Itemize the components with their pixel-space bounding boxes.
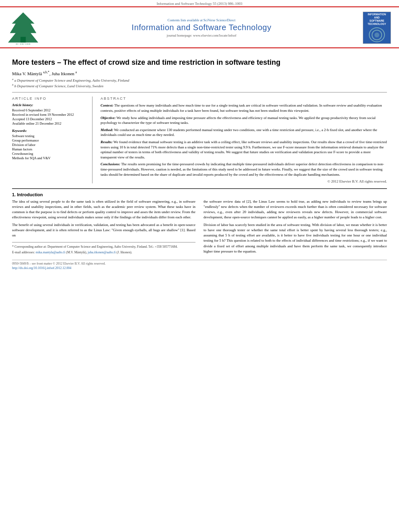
article-info-column: ARTICLE INFO Article history: Received 6…	[12, 97, 93, 183]
footnote-1: * Corresponding author at: Department of…	[12, 244, 195, 249]
elsevier-logo: ELSEVIER	[8, 10, 40, 45]
svg-point-5	[374, 33, 379, 37]
conclusions-label: Conclusions:	[101, 162, 120, 166]
body-two-col: The idea of using several people to do t…	[12, 199, 387, 256]
journal-title: Information and Software Technology	[44, 23, 359, 32]
email-1[interactable]: mika.mantyla@aalto.fi	[36, 251, 66, 254]
sciverse-link: Contents lists available at SciVerse Sci…	[44, 18, 359, 22]
cover-title: INFORMATION AND SOFTWARE TECHNOLOGY	[367, 12, 387, 26]
body-right-col: the software review data of [2], the Lin…	[204, 199, 387, 256]
sciverse-link-text[interactable]: SciVerse ScienceDirect	[204, 18, 236, 22]
page-footer: 0950-5849/$ – see front matter © 2012 El…	[12, 260, 387, 270]
intro-para-2: The benefit of using several individuals…	[12, 222, 195, 238]
abstract-conclusions: Conclusions: The results seem promising …	[101, 162, 387, 177]
author-names: Mika V. Mäntylä a,b,*, Juha Itkonen a	[12, 71, 77, 76]
affiliation-b: b b Department of Computer Science, Lund…	[12, 83, 387, 88]
context-text: The questions of how many individuals an…	[101, 103, 382, 113]
article-info-label: ARTICLE INFO	[12, 97, 86, 101]
keyword-5: Crowdsourcing	[12, 152, 86, 156]
header-divider	[12, 92, 387, 92]
keywords-label: Keywords:	[12, 129, 86, 133]
main-content: More testers – The effect of crowd size …	[0, 48, 399, 274]
keyword-1: Software testing	[12, 134, 86, 138]
abstract-method: Method: We conducted an experiment where…	[101, 127, 387, 138]
intro-right-para-1: the software review data of [2], the Lin…	[204, 199, 387, 220]
objective-label: Objective:	[101, 116, 115, 120]
journal-reference-bar: Information and Software Technology 55 (…	[0, 0, 399, 6]
keyword-6: Methods for SQA and V&V	[12, 156, 86, 160]
results-label: Results:	[101, 140, 113, 144]
keyword-2: Group performance	[12, 138, 86, 142]
footnote-2: E-mail addresses: mika.mantyla@aalto.fi …	[12, 250, 195, 255]
abstract-results: Results: We found evidence that manual s…	[101, 140, 387, 160]
cover-circle-decoration	[369, 27, 385, 42]
method-label: Method:	[101, 128, 113, 132]
svg-rect-2	[21, 37, 26, 43]
copyright-line: © 2012 Elsevier B.V. All rights reserved…	[101, 179, 387, 183]
revised-date: Received in revised form 19 November 201…	[12, 113, 86, 117]
abstract-context: Context: The questions of how many indiv…	[101, 103, 387, 113]
footnote-area: * Corresponding author at: Department of…	[12, 242, 195, 255]
article-info-abstract-section: ARTICLE INFO Article history: Received 6…	[12, 97, 387, 183]
affiliation-a: a a Department of Computer Science and E…	[12, 78, 387, 82]
authors-line: Mika V. Mäntylä a,b,*, Juha Itkonen a	[12, 71, 387, 76]
context-label: Context:	[101, 103, 113, 107]
objective-text: We study how adding individuals and impo…	[101, 116, 376, 125]
history-label: Article history:	[12, 103, 86, 107]
received-date: Received 6 September 2012	[12, 108, 86, 112]
intro-right-para-2: Division of labor has scarcely been stud…	[204, 222, 387, 254]
email-author-1: (M.V. Mäntylä),	[66, 251, 88, 254]
keyword-3: Division of labor	[12, 143, 86, 147]
paper-title: More testers – The effect of crowd size …	[12, 58, 387, 67]
conclusions-text: The results seem promising for the time-…	[101, 162, 384, 176]
svg-text:ELSEVIER: ELSEVIER	[16, 43, 31, 44]
journal-cover-image: INFORMATION AND SOFTWARE TECHNOLOGY	[363, 12, 391, 44]
method-text: We conducted an experiment where 130 stu…	[101, 128, 377, 137]
abstract-column: ABSTRACT Context: The questions of how m…	[101, 97, 387, 183]
intro-section-heading: 1. Introduction	[12, 192, 387, 197]
footer-line-1: 0950-5849/$ – see front matter © 2012 El…	[12, 262, 387, 265]
available-date: Available online 21 December 2012	[12, 121, 86, 125]
doi-link[interactable]: http://dx.doi.org/10.1016/j.infsof.2012.…	[12, 266, 71, 270]
body-divider	[12, 188, 387, 189]
body-left-col: The idea of using several people to do t…	[12, 199, 195, 256]
keyword-4: Human factors	[12, 147, 86, 151]
email-2[interactable]: juha.itkonen@aalto.fi	[88, 251, 116, 254]
journal-title-block: Contents lists available at SciVerse Sci…	[40, 18, 363, 37]
email-label: E-mail addresses:	[12, 251, 36, 254]
results-text: We found evidence that manual software t…	[101, 140, 387, 159]
intro-para-1: The idea of using several people to do t…	[12, 199, 195, 220]
abstract-label: ABSTRACT	[101, 97, 387, 101]
email-author-2: (J. Itkonen).	[117, 251, 132, 254]
footer-line-2: http://dx.doi.org/10.1016/j.infsof.2012.…	[12, 266, 387, 270]
journal-reference-text: Information and Software Technology 55 (…	[156, 2, 242, 6]
journal-homepage: journal homepage: www.elsevier.com/locat…	[44, 33, 359, 37]
accepted-date: Accepted 13 December 2012	[12, 117, 86, 121]
journal-header: ELSEVIER Contents lists available at Sci…	[0, 6, 399, 48]
abstract-objective: Objective: We study how adding individua…	[101, 115, 387, 125]
